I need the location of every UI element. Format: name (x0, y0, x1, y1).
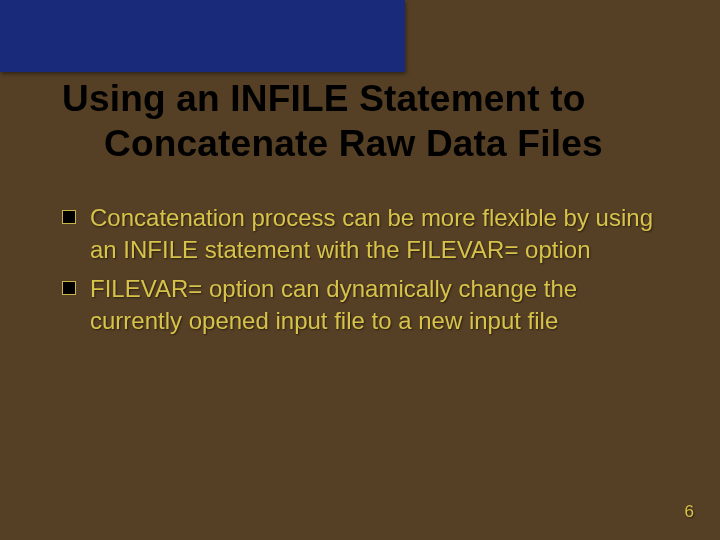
bullet-item: FILEVAR= option can dynamically change t… (62, 273, 670, 336)
title-line-2: Concatenate Raw Data Files (62, 121, 670, 166)
slide-title: Using an INFILE Statement to Concatenate… (62, 76, 670, 166)
bullet-item: Concatenation process can be more flexib… (62, 202, 670, 265)
slide: Using an INFILE Statement to Concatenate… (0, 0, 720, 540)
page-number: 6 (685, 502, 694, 522)
header-accent-bar (0, 0, 405, 72)
bullet-text: FILEVAR= option can dynamically change t… (90, 273, 670, 336)
title-line-1: Using an INFILE Statement to (62, 76, 670, 121)
square-bullet-icon (62, 210, 76, 224)
slide-body: Concatenation process can be more flexib… (62, 202, 670, 345)
square-bullet-icon (62, 281, 76, 295)
bullet-text: Concatenation process can be more flexib… (90, 202, 670, 265)
